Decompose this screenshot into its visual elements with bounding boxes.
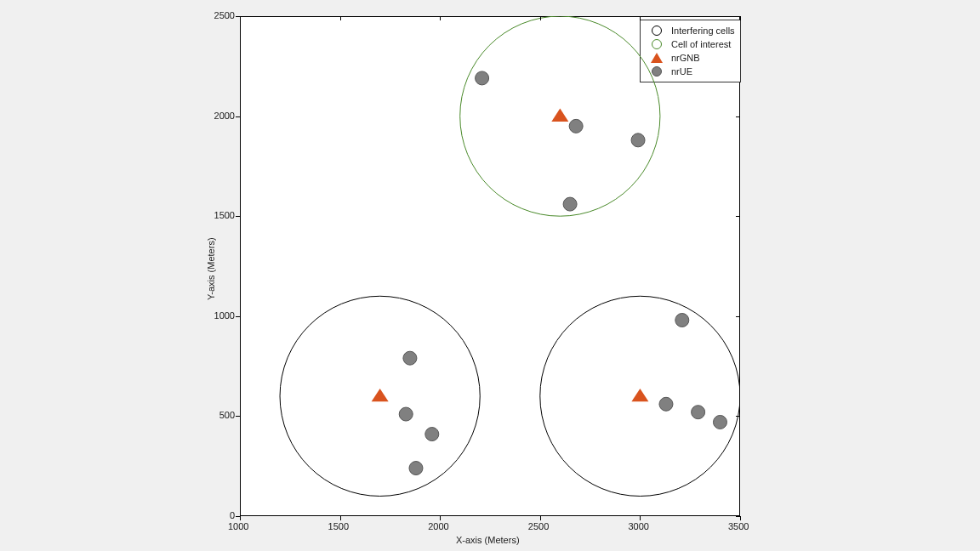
y-tick-label: 0 <box>230 510 235 520</box>
x-tick-mark <box>640 516 641 520</box>
y-tick-mark <box>736 216 740 217</box>
y-tick-mark <box>236 16 240 17</box>
figure-panel: X-axis (Meters) Y-axis (Meters) Interfer… <box>0 0 980 551</box>
y-tick-mark <box>736 416 740 417</box>
x-tick-label: 2500 <box>528 521 549 531</box>
ue-marker <box>563 197 577 211</box>
x-tick-label: 2000 <box>428 521 448 531</box>
ue-marker <box>399 407 413 421</box>
x-tick-mark <box>240 16 241 20</box>
y-tick-label: 1000 <box>214 310 235 321</box>
gnb-marker <box>372 389 389 401</box>
y-tick-mark <box>236 516 240 517</box>
x-tick-mark <box>440 16 441 20</box>
y-tick-mark <box>736 116 740 117</box>
x-tick-mark <box>540 516 541 520</box>
y-tick-mark <box>236 216 240 217</box>
y-tick-mark <box>236 116 240 117</box>
y-tick-mark <box>736 316 740 317</box>
y-tick-label: 500 <box>219 410 235 420</box>
y-tick-mark <box>736 16 740 17</box>
x-tick-mark <box>440 516 441 520</box>
x-tick-label: 1000 <box>228 521 248 531</box>
ue-marker <box>403 351 417 365</box>
ue-marker <box>713 415 726 429</box>
y-tick-mark <box>236 316 240 317</box>
gnb-marker <box>631 389 648 401</box>
x-tick-mark <box>740 16 741 20</box>
y-tick-mark <box>236 416 240 417</box>
ue-marker <box>659 397 673 411</box>
y-tick-label: 2000 <box>214 111 235 121</box>
y-tick-label: 1500 <box>214 210 235 220</box>
ue-marker <box>476 71 489 85</box>
ue-marker <box>425 428 439 441</box>
y-tick-mark <box>736 516 740 517</box>
ue-marker <box>409 462 423 475</box>
x-tick-mark <box>340 16 341 20</box>
ue-marker <box>675 314 689 327</box>
ue-marker <box>692 406 705 419</box>
x-tick-mark <box>740 516 741 520</box>
x-tick-mark <box>640 16 641 20</box>
x-tick-mark <box>240 516 241 520</box>
x-tick-mark <box>340 516 341 520</box>
y-tick-label: 2500 <box>214 10 235 20</box>
ue-marker <box>569 119 583 133</box>
x-tick-mark <box>540 16 541 20</box>
plot-svg <box>0 0 980 551</box>
ue-marker <box>631 133 645 147</box>
x-tick-label: 1500 <box>328 521 349 531</box>
x-tick-label: 3000 <box>628 521 648 531</box>
gnb-marker <box>551 109 568 122</box>
x-tick-label: 3500 <box>728 521 749 531</box>
